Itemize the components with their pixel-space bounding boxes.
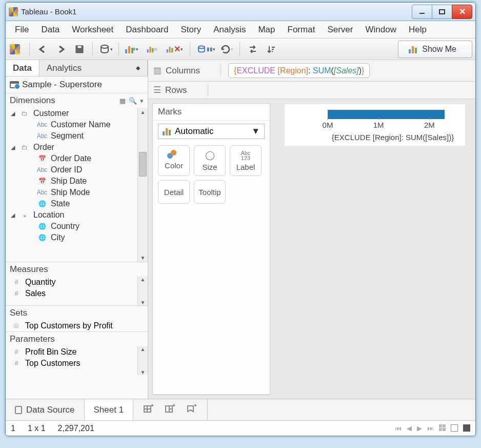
new-story-icon[interactable]: [187, 404, 197, 416]
duplicate-sheet-button[interactable]: ⎌: [143, 42, 161, 57]
columns-pill[interactable]: {EXCLUDE [Region]: SUM([Sales])}: [228, 63, 370, 78]
title-bar[interactable]: Tableau - Book1 ✕: [6, 3, 475, 21]
run-update-button[interactable]: ▾: [219, 42, 234, 57]
field-sales[interactable]: #Sales: [6, 288, 148, 299]
tab-sheet-1[interactable]: Sheet 1: [85, 399, 134, 420]
view-presentation-icon[interactable]: [463, 424, 470, 432]
number-type-icon: #: [10, 360, 23, 367]
scrollbar[interactable]: ▲▼: [137, 277, 148, 305]
scroll-up-icon[interactable]: ▲: [141, 346, 146, 352]
marks-size-button[interactable]: ◯Size: [194, 145, 226, 176]
folder-icon: 🗀: [18, 110, 31, 117]
status-sum: 2,297,201: [58, 424, 94, 433]
nav-first-icon[interactable]: ⏮: [395, 424, 402, 432]
marks-color-button[interactable]: Color: [158, 145, 190, 176]
menu-help[interactable]: Help: [403, 23, 433, 37]
field-quantity[interactable]: #Quantity: [6, 277, 148, 288]
view-list-icon[interactable]: ▦: [119, 97, 126, 105]
scroll-up-icon[interactable]: ▲: [138, 108, 148, 116]
tab-data-source[interactable]: Data Source: [6, 399, 85, 420]
scroll-up-icon[interactable]: ▲: [141, 277, 146, 282]
scrollbar[interactable]: ▲▼: [137, 346, 148, 375]
dropdown-icon[interactable]: ▾: [140, 97, 144, 105]
menu-story[interactable]: Story: [174, 23, 207, 37]
field-city[interactable]: 🌐City: [6, 232, 148, 243]
chart-bar[interactable]: [292, 109, 458, 120]
field-customer-name[interactable]: AbcCustomer Name: [6, 119, 148, 130]
axis-tick: 1M: [373, 121, 384, 129]
field-ship-mode[interactable]: AbcShip Mode: [6, 187, 148, 198]
marks-tooltip-button[interactable]: Tooltip: [194, 180, 226, 204]
menu-server[interactable]: Server: [321, 23, 359, 37]
swap-button[interactable]: [245, 42, 260, 57]
nav-prev-icon[interactable]: ◀: [407, 424, 412, 432]
left-panel-tabs: Data Analytics◆: [6, 60, 148, 76]
marks-type-dropdown[interactable]: Automatic ▼: [158, 124, 265, 139]
toolbar: ▾ +▾ ⎌ ✕▾ ▮▮▾ ▾ Show Me: [6, 38, 475, 60]
menu-dashboard[interactable]: Dashboard: [119, 23, 174, 37]
x-axis-title: {EXCLUDE [Region]: SUM([Sales])}: [328, 133, 458, 142]
rows-shelf-tab: ☰ Rows: [153, 85, 208, 95]
field-order-id[interactable]: AbcOrder ID: [6, 164, 148, 176]
maximize-button[interactable]: [432, 5, 452, 19]
param-top-customers[interactable]: #Top Customers: [6, 358, 148, 369]
tab-analytics[interactable]: Analytics◆: [39, 60, 148, 76]
view-slideshow-icon[interactable]: [451, 424, 458, 432]
datasource-icon: [15, 406, 22, 414]
marks-detail-button[interactable]: Detail: [158, 180, 190, 204]
save-button[interactable]: [72, 42, 87, 57]
field-country[interactable]: 🌐Country: [6, 221, 148, 232]
datasource-row[interactable]: Sample - Superstore: [6, 76, 148, 93]
nav-last-icon[interactable]: ⏭: [427, 424, 434, 432]
show-me-button[interactable]: Show Me: [398, 41, 472, 58]
text-type-icon: Abc: [35, 121, 49, 128]
redo-button[interactable]: [53, 42, 69, 57]
nav-next-icon[interactable]: ▶: [417, 424, 422, 432]
minimize-button[interactable]: [412, 5, 432, 19]
scrollbar[interactable]: ▲ ▼: [137, 108, 148, 262]
columns-shelf[interactable]: ▥ Columns {EXCLUDE [Region]: SUM([Sales]…: [148, 60, 475, 82]
view-grid-icon[interactable]: [439, 424, 446, 432]
auto-updates-button[interactable]: ▮▮▾: [195, 42, 216, 57]
svg-point-5: [198, 46, 205, 48]
marks-label-button[interactable]: Abc 123Label: [230, 145, 262, 176]
app-window: Tableau - Book1 ✕ File Data Worksheet Da…: [5, 2, 476, 436]
field-ship-date[interactable]: 📅Ship Date: [6, 176, 148, 187]
set-top-customers[interactable]: ⦾Top Customers by Profit: [6, 320, 148, 332]
clear-sheet-button[interactable]: ✕▾: [164, 42, 185, 57]
new-dashboard-icon[interactable]: [165, 404, 175, 416]
tree-hierarchy-location[interactable]: ◢ₔLocation: [6, 209, 148, 221]
new-worksheet-button[interactable]: +▾: [124, 42, 139, 57]
menu-format[interactable]: Format: [282, 23, 322, 37]
rows-shelf[interactable]: ☰ Rows: [148, 82, 475, 99]
label-icon: Abc 123: [241, 150, 251, 161]
menu-worksheet[interactable]: Worksheet: [66, 23, 119, 37]
scroll-down-icon[interactable]: ▼: [141, 300, 146, 305]
search-icon[interactable]: 🔍: [129, 97, 137, 105]
param-profit-bin-size[interactable]: #Profit Bin Size: [6, 346, 148, 358]
tree-folder-customer[interactable]: ◢🗀Customer: [6, 108, 148, 119]
menu-data[interactable]: Data: [35, 23, 66, 37]
scroll-down-icon[interactable]: ▼: [138, 254, 148, 262]
marks-grid: Color ◯Size Abc 123Label Detail Tooltip: [153, 142, 270, 207]
sort-asc-button[interactable]: [264, 42, 279, 57]
tree-folder-order[interactable]: ◢🗀Order: [6, 142, 148, 153]
scroll-down-icon[interactable]: ▼: [141, 369, 146, 375]
field-segment[interactable]: AbcSegment: [6, 130, 148, 142]
tableau-start-icon[interactable]: [9, 42, 24, 57]
menu-analysis[interactable]: Analysis: [207, 23, 252, 37]
menu-file[interactable]: File: [9, 23, 35, 37]
menu-window[interactable]: Window: [359, 23, 402, 37]
field-order-date[interactable]: 📅Order Date: [6, 153, 148, 164]
menu-map[interactable]: Map: [252, 23, 281, 37]
undo-button[interactable]: [35, 42, 50, 57]
close-button[interactable]: ✕: [452, 5, 472, 19]
new-datasource-button[interactable]: ▾: [98, 42, 113, 57]
divider: [29, 43, 30, 56]
visualization-pane[interactable]: 0M 1M 2M {EXCLUDE [Region]: SUM([Sales])…: [274, 99, 475, 399]
new-worksheet-icon[interactable]: [144, 404, 154, 416]
scroll-thumb[interactable]: [139, 152, 147, 177]
field-state[interactable]: 🌐State: [6, 198, 148, 209]
tab-data[interactable]: Data: [6, 60, 39, 76]
bar-mark[interactable]: [328, 110, 445, 119]
